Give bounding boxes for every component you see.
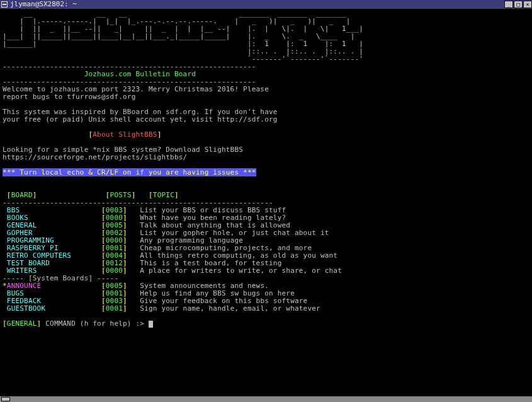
prompt-bracket-open: [ bbox=[3, 319, 7, 328]
minimize-button[interactable]: _ bbox=[504, 1, 513, 8]
close-button[interactable]: × bbox=[523, 1, 532, 8]
star-icon bbox=[3, 304, 7, 313]
window-title: jlyman@SX2802: ~ bbox=[10, 0, 77, 9]
terminal-output[interactable]: __ __ __ _______ _______ _______ | |.---… bbox=[0, 9, 532, 396]
board-posts: 0001 bbox=[106, 304, 123, 313]
echo-notice: *** Turn local echo & CR/LF on if you ar… bbox=[3, 168, 256, 176]
system-board-row[interactable]: GUESTBOOK [0001] Sign your name, handle,… bbox=[3, 305, 529, 313]
board-topic: Sign your name, handle, email, or whatev… bbox=[140, 304, 320, 313]
cursor-icon[interactable] bbox=[149, 321, 153, 328]
system-menu-icon[interactable] bbox=[1, 1, 8, 8]
board-topic: A place for writers to write, or share, … bbox=[140, 267, 342, 275]
maximize-button[interactable]: □ bbox=[514, 1, 523, 8]
prompt-current-board: GENERAL bbox=[7, 319, 37, 328]
taskbar-button[interactable] bbox=[1, 397, 10, 401]
prompt-text: COMMAND (h for help) :> bbox=[41, 319, 149, 328]
about-body: Looking for a simple *nix BBS system? Do… bbox=[3, 146, 243, 161]
welcome-text: Welcome to jozhaus.com port 2323. Merry … bbox=[3, 85, 278, 123]
ascii-art-banner: __ __ __ _______ _______ _______ | |.---… bbox=[3, 9, 363, 63]
taskbar bbox=[0, 396, 532, 402]
about-heading: About SlightBBS bbox=[93, 130, 157, 139]
window-titlebar: jlyman@SX2802: ~ _ □ × bbox=[0, 0, 532, 9]
board-name: GUESTBOOK bbox=[7, 304, 101, 313]
about-bracket-close: ] bbox=[157, 130, 162, 139]
